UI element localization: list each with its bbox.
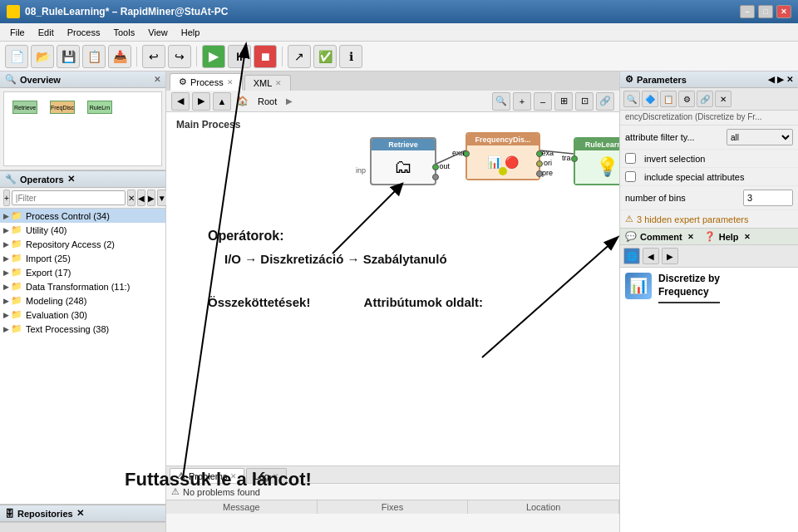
tree-item-process-control[interactable]: ▶ 📁 Process Control (34) xyxy=(0,209,165,223)
comment-label: Comment xyxy=(640,232,682,242)
include-special-checkbox[interactable] xyxy=(625,171,636,182)
pt-btn6[interactable]: ✕ xyxy=(715,91,732,107)
tree-item-data-transform[interactable]: ▶ 📁 Data Transformation (11:) xyxy=(0,279,165,293)
warning-dot xyxy=(499,167,507,175)
rb-btn1[interactable]: 🌐 xyxy=(623,248,640,264)
save-as-button[interactable]: 📋 xyxy=(82,45,106,68)
zoom-out-btn[interactable]: – xyxy=(534,92,552,111)
connections-ann: Összeköttetések! Attribútumok oldalt: xyxy=(208,295,483,309)
new-button[interactable]: 📄 xyxy=(5,45,28,68)
tree-item-export[interactable]: ▶ 📁 Export (17) xyxy=(0,265,165,279)
tree-item-label: Text Processing (38) xyxy=(26,324,109,334)
open-button[interactable]: 📂 xyxy=(31,45,54,68)
tab-xml-close[interactable]: ✕ xyxy=(275,79,282,87)
tab-problems[interactable]: ⚠ Problems ✕ xyxy=(170,468,244,483)
pause-button[interactable]: ⏸ xyxy=(228,45,251,68)
menu-file[interactable]: File xyxy=(3,26,32,39)
retrieve-out-ports xyxy=(432,164,439,180)
window-controls: – □ ✕ xyxy=(740,5,791,18)
repos-close[interactable]: ✕ xyxy=(76,508,84,519)
op-prev-btn[interactable]: ◀ xyxy=(137,190,145,206)
process-tab-bar: ⚙ Process ✕ XML ✕ xyxy=(166,71,619,91)
redo-button[interactable]: ↪ xyxy=(168,45,191,68)
tree-item-repo-access[interactable]: ▶ 📁 Repository Access (2) xyxy=(0,237,165,251)
menu-tools[interactable]: Tools xyxy=(106,26,141,39)
tree-item-label: Data Transformation (11:) xyxy=(26,282,130,292)
tree-item-evaluation[interactable]: ▶ 📁 Evaluation (30) xyxy=(0,308,165,322)
overview-canvas: Retrieve FreqDisc RuleLrn xyxy=(3,91,162,166)
menu-view[interactable]: View xyxy=(141,26,175,39)
bottom-panel: ⚠ Problems ✕ Log ✕ ⚠ No problems found M… xyxy=(166,466,619,532)
close-button[interactable]: ✕ xyxy=(776,5,791,18)
tab-log[interactable]: Log ✕ xyxy=(246,468,286,483)
retrieve-node[interactable]: Retrieve 🗂 out xyxy=(370,137,436,185)
minimize-button[interactable]: – xyxy=(740,5,755,18)
filter-input[interactable] xyxy=(12,190,126,205)
help-close[interactable]: ✕ xyxy=(744,233,751,241)
main-area: 🔍 Overview ✕ Retrieve FreqDisc RuleLrn 🔧… xyxy=(0,71,798,532)
menu-help[interactable]: Help xyxy=(175,26,207,39)
pt-btn1[interactable]: 🔍 xyxy=(623,91,640,107)
op-next-btn[interactable]: ▶ xyxy=(147,190,155,206)
validate-button[interactable]: ✅ xyxy=(313,45,337,68)
canvas-area[interactable]: Main Process inp Retrieve 🗂 out xyxy=(166,112,619,466)
process-toolbar: ◀ ▶ ▲ 🏠 Root ▶ 🔍 + – ⊞ ⊡ 🔗 xyxy=(166,91,619,112)
op-add-btn[interactable]: + xyxy=(3,190,10,206)
tab-process[interactable]: ⚙ Process ✕ xyxy=(170,73,243,91)
repos-label: Repositories xyxy=(17,509,73,519)
titlebar: 08_RuleLearning* – RapidMiner@StuAt-PC –… xyxy=(0,0,798,23)
layout-btn[interactable]: ⊞ xyxy=(554,92,573,111)
params-btn3[interactable]: ✕ xyxy=(786,75,793,84)
info-button[interactable]: ℹ xyxy=(339,45,362,68)
invert-checkbox[interactable] xyxy=(625,153,636,164)
log-close[interactable]: ✕ xyxy=(273,472,279,480)
pt-btn4[interactable]: ⚙ xyxy=(678,91,695,107)
zoom-fit-btn[interactable]: 🔍 xyxy=(492,92,510,111)
pt-btn2[interactable]: 🔷 xyxy=(642,91,658,107)
maximize-button[interactable]: □ xyxy=(758,5,773,18)
toolbar-separator-1 xyxy=(136,47,137,66)
op-clear-btn[interactable]: ✕ xyxy=(127,190,135,206)
comment-close[interactable]: ✕ xyxy=(687,233,694,241)
tree-item-modeling[interactable]: ▶ 📁 Modeling (248) xyxy=(0,293,165,308)
grid-btn[interactable]: ⊡ xyxy=(575,92,594,111)
rule-learner-node[interactable]: RuleLearner 💡 tra mod exa xyxy=(574,137,619,185)
params-btn2[interactable]: ▶ xyxy=(777,75,784,84)
zoom-in-btn[interactable]: + xyxy=(513,92,531,111)
save-button[interactable]: 💾 xyxy=(57,45,80,68)
overview-close[interactable]: ✕ xyxy=(154,75,160,84)
tab-process-close[interactable]: ✕ xyxy=(227,78,234,86)
import-button[interactable]: 📥 xyxy=(108,45,131,68)
problems-close[interactable]: ✕ xyxy=(230,472,237,480)
tree-item-import[interactable]: ▶ 📁 Import (25) xyxy=(0,251,165,265)
menu-process[interactable]: Process xyxy=(61,26,107,39)
expand-arrow: ▶ xyxy=(3,325,9,333)
pt-btn5[interactable]: 🔗 xyxy=(697,91,713,107)
problems-warn-icon: ⚠ xyxy=(171,486,180,497)
connect-btn[interactable]: 🔗 xyxy=(596,92,614,111)
tab-xml[interactable]: XML ✕ xyxy=(244,75,292,91)
op-down-btn[interactable]: ▼ xyxy=(157,190,167,206)
nav-back-button[interactable]: ◀ xyxy=(171,92,190,111)
left-hscroll[interactable] xyxy=(0,522,165,532)
rb-btn2[interactable]: ◀ xyxy=(643,248,659,264)
chain-text: I/O → Diszkretizáció → Szabálytanuló xyxy=(224,252,447,266)
stop-button[interactable]: ⏹ xyxy=(254,45,277,68)
attr-filter-select[interactable]: all xyxy=(727,129,793,145)
tree-item-text-processing[interactable]: ▶ 📁 Text Processing (38) xyxy=(0,322,165,336)
pt-btn3[interactable]: 📋 xyxy=(660,91,677,107)
nav-up-button[interactable]: ▲ xyxy=(213,92,231,111)
freq-disc-node[interactable]: FrequencyDis... 📊 🔴 exa xyxy=(466,132,540,180)
play-button[interactable]: ▶ xyxy=(202,45,225,68)
hidden-params: ⚠ 3 hidden expert parameters xyxy=(620,210,798,228)
num-bins-input[interactable] xyxy=(743,190,793,206)
step-button[interactable]: ↗ xyxy=(288,45,311,68)
params-btn1[interactable]: ◀ xyxy=(768,75,775,84)
operators-close[interactable]: ✕ xyxy=(67,174,75,185)
rb-btn3[interactable]: ▶ xyxy=(662,248,678,264)
menu-edit[interactable]: Edit xyxy=(32,26,61,39)
undo-button[interactable]: ↩ xyxy=(142,45,165,68)
nav-fwd-button[interactable]: ▶ xyxy=(192,92,210,111)
menubar: File Edit Process Tools View Help xyxy=(0,23,798,42)
tree-item-utility[interactable]: ▶ 📁 Utility (40) xyxy=(0,223,165,237)
